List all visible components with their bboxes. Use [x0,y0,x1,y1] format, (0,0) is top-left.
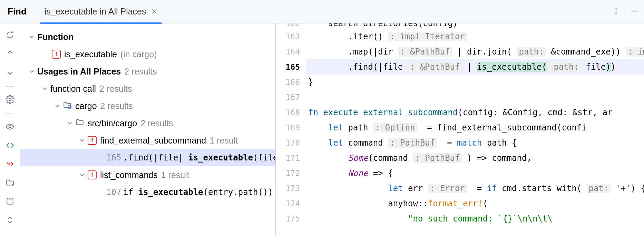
prev-result-icon[interactable] [6,49,14,59]
function-icon: f [52,50,61,59]
close-icon[interactable]: ✕ [151,7,157,16]
info-icon[interactable] [6,197,14,207]
list-commands-group[interactable]: f list_commands 1 result [20,166,275,184]
chevron-down-icon [66,120,73,127]
search-tab[interactable]: is_executable in All Places ✕ [40,0,162,23]
divider [6,114,14,114]
divider [6,86,14,87]
refresh-icon[interactable] [6,30,14,41]
svg-point-2 [615,12,616,13]
results-tree: Function f is_executable (in cargo) Usag… [20,23,275,236]
line-number-gutter: 1621631641651661671681691701711721731741… [276,23,306,236]
function-definition-item[interactable]: f is_executable (in cargo) [20,46,275,63]
read-access-icon[interactable] [6,141,14,151]
more-icon[interactable] [612,7,620,16]
svg-point-6 [9,98,11,101]
preview-icon[interactable] [6,122,14,132]
usage-result-line-165[interactable]: 165 .find(|file| is_executable(file)) [20,149,275,166]
code-editor[interactable]: search_directories(config) .iter() : imp… [306,23,644,236]
tab-label: is_executable in All Places [45,7,146,17]
svg-point-0 [615,8,616,9]
chevron-down-icon [28,33,35,40]
function-call-group[interactable]: function call 2 results [20,80,275,97]
chevron-down-icon [28,68,35,75]
expand-collapse-icon[interactable] [6,215,14,226]
chevron-down-icon [79,171,86,178]
sidebar-toolbar [0,23,20,236]
function-heading[interactable]: Function [20,28,275,46]
minimize-icon[interactable] [630,7,638,17]
usages-heading[interactable]: Usages in All Places 2 results [20,63,275,80]
usage-result-line-107[interactable]: 107 if is_executable(entry.path()) { [20,184,275,201]
svg-point-1 [615,10,616,11]
find-title: Find [6,6,27,17]
gear-icon[interactable] [6,95,14,105]
folder-icon [75,118,84,129]
new-folder-icon[interactable] [6,178,14,188]
header-bar: Find is_executable in All Places ✕ [0,0,644,23]
chevron-down-icon [79,137,86,144]
function-icon: f [88,170,97,179]
srcbin-folder-group[interactable]: src/bin/cargo 2 results [20,115,275,132]
chevron-down-icon [41,85,48,92]
next-result-icon[interactable] [6,68,14,78]
editor-preview: 1621631641651661671681691701711721731741… [275,23,644,236]
tab-active-indicator [40,22,162,24]
find-external-subcommand-group[interactable]: f find_external_subcommand 1 result [20,132,275,149]
svg-point-7 [9,126,11,128]
write-access-icon[interactable] [6,159,14,170]
module-icon [63,100,72,111]
function-icon: f [88,136,97,145]
svg-point-12 [10,199,10,200]
chevron-down-icon [54,102,61,109]
cargo-module-group[interactable]: cargo 2 results [20,97,275,115]
